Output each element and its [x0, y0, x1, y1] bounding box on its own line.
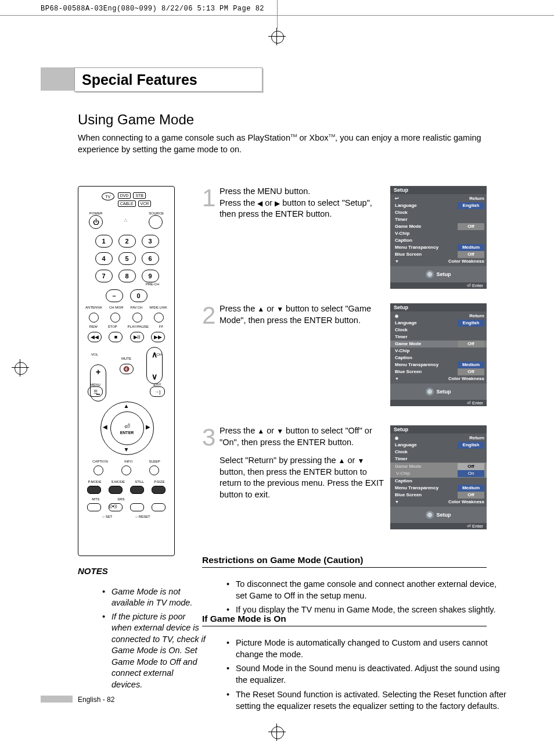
osd-screenshot-1: Setup Return LanguageEnglish Clock Timer…	[390, 186, 487, 289]
power-icon: ⏻	[89, 215, 103, 229]
restrictions-list: To disconnect the game console and conne…	[202, 578, 510, 618]
registration-mark-bottom	[268, 723, 286, 741]
remote-illustration: TV DVD STB CABLE VCR POWER ⏻ ∴	[78, 186, 175, 556]
print-slug: BP68-00588A-03Eng(080~099) 8/22/06 5:13 …	[41, 5, 264, 13]
step-2: 2 Press the ▲ or ▼ button to select "Gam…	[202, 303, 487, 413]
stop-icon: ■	[109, 332, 123, 342]
game-mode-on-list: Picture Mode is automatically changed to…	[202, 637, 510, 715]
osd-screenshot-3: Setup Return LanguageEnglish Clock Timer…	[390, 425, 487, 529]
menu-button: ☰	[88, 386, 103, 397]
mute-icon: 🔇	[120, 364, 134, 374]
up-arrow-icon: ▲	[124, 403, 129, 409]
notes-heading: NOTES	[78, 566, 108, 576]
navigation-ring: ▲ ▼ ◀ ▶ ⏎ENTER	[100, 402, 153, 454]
gear-icon	[426, 388, 434, 396]
footer-bar	[41, 696, 73, 703]
enter-icon: ⏎	[124, 422, 130, 431]
step-text: Press the ▲ or ▼ button to select "Game …	[220, 303, 390, 406]
step-text: Press the ▲ or ▼ button to select "Off" …	[220, 425, 390, 529]
step-text: Press the MENU button.Press the ◀ or ▶ b…	[220, 186, 390, 289]
osd-option-on: V-ChipOn	[395, 470, 484, 477]
section-tab-label: Special Features	[82, 71, 197, 88]
step-number: 3	[202, 425, 220, 529]
page-footer: English - 82	[78, 696, 114, 704]
ff-icon: ▶▶	[151, 332, 165, 342]
step-1: 1 Press the MENU button.Press the ◀ or ▶…	[202, 186, 487, 296]
page-title: Using Game Mode	[78, 112, 194, 128]
crop-mark-v	[277, 0, 278, 29]
intro-paragraph: When connecting to a game console such a…	[78, 132, 484, 155]
step-number: 2	[202, 303, 220, 406]
source-button	[149, 215, 163, 229]
down-arrow-icon: ▼	[124, 446, 129, 453]
exit-button: →]	[150, 386, 165, 397]
step-3: 3 Press the ▲ or ▼ button to select "Off…	[202, 425, 487, 536]
right-arrow-icon: ▶	[146, 424, 150, 430]
list-item: The Reset Sound function is activated. S…	[225, 689, 510, 712]
osd-screenshot-2: Setup Return LanguageEnglish Clock Timer…	[390, 303, 487, 406]
notes-list: Game Mode is not available in TV mode. I…	[78, 586, 206, 693]
step-number: 1	[202, 186, 220, 289]
list-item: To disconnect the game console and conne…	[225, 578, 510, 602]
game-mode-on-heading: If Game Mode is On	[202, 614, 487, 626]
remote-stb-button: STB	[133, 192, 146, 199]
remote-cable-button: CABLE	[118, 200, 136, 207]
manual-page: BP68-00588A-03Eng(080~099) 8/22/06 5:13 …	[0, 0, 554, 756]
list-item: Sound Mode in the Sound menu is deactiva…	[225, 662, 510, 686]
left-arrow-icon: ◀	[103, 424, 107, 430]
gear-icon	[426, 270, 434, 278]
rewind-icon: ◀◀	[88, 332, 102, 342]
registration-mark-top	[268, 28, 286, 45]
remote-vcr-button: VCR	[138, 200, 152, 207]
section-tab: Special Features	[74, 67, 262, 92]
list-item: Game Mode is not available in TV mode.	[101, 586, 206, 609]
list-item: If the picture is poor when external dev…	[101, 611, 206, 691]
play-pause-icon: ▶II	[130, 332, 144, 342]
restrictions-heading: Restrictions on Game Mode (Caution)	[202, 555, 487, 568]
number-pad: 123 456 789	[78, 235, 174, 282]
remote-tv-button: TV	[102, 192, 114, 200]
registration-mark-left	[12, 359, 29, 377]
list-item: Picture Mode is automatically changed to…	[225, 637, 510, 661]
gear-icon	[426, 511, 434, 519]
remote-dvd-button: DVD	[118, 192, 131, 199]
